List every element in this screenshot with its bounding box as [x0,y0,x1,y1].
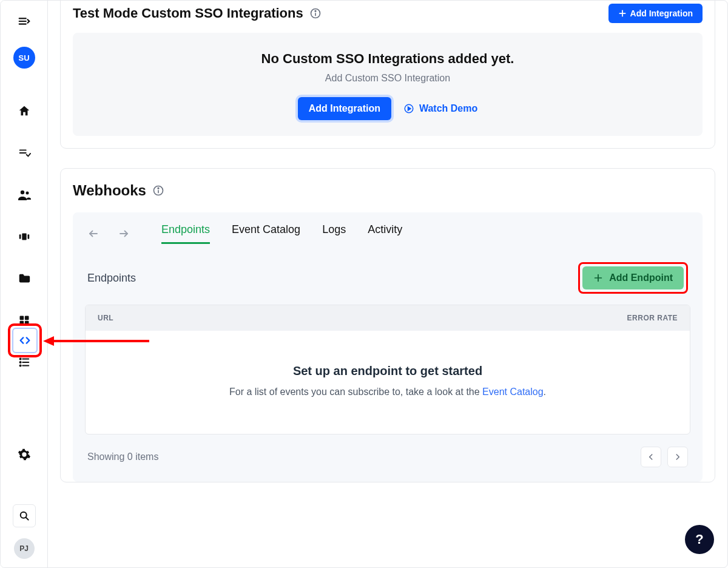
sso-empty-title: No Custom SSO Integrations added yet. [85,51,690,67]
code-icon [18,334,32,347]
webhooks-nav: Endpoints Event Catalog Logs Activity [85,223,690,244]
sso-title-wrap: Test Mode Custom SSO Integrations [73,5,322,21]
sidebar-item-folder[interactable] [12,266,36,291]
endpoints-empty-prefix: For a list of events you can subscribe t… [229,387,482,397]
col-header-url: URL [98,314,113,322]
endpoints-table-header: URL ERROR RATE [86,305,690,331]
endpoints-table-footer: Showing 0 items [85,434,690,470]
svg-rect-11 [24,316,29,320]
sidebar-top: SU [12,9,36,69]
webhooks-body: Endpoints Event Catalog Logs Activity En… [73,212,703,482]
org-avatar[interactable]: SU [13,47,35,69]
webhooks-tabs: Endpoints Event Catalog Logs Activity [161,223,402,244]
svg-point-26 [315,10,316,12]
list-icon [18,356,31,369]
plus-icon [593,273,603,283]
expand-sidebar-button[interactable] [12,9,36,33]
svg-point-6 [25,192,29,195]
add-integration-top-label: Add Integration [630,8,693,18]
play-circle-icon [403,103,414,114]
highlight-box-add-endpoint: Add Endpoint [578,262,688,294]
sso-title: Test Mode Custom SSO Integrations [73,5,303,21]
sidebar-item-users[interactable] [12,183,36,207]
sidebar-item-settings[interactable] [12,442,36,467]
list-check-icon [18,146,31,160]
svg-line-21 [25,518,28,520]
tab-event-catalog[interactable]: Event Catalog [232,223,300,244]
arrow-right-icon [118,228,129,239]
sso-empty-state: No Custom SSO Integrations added yet. Ad… [73,33,703,136]
gear-icon [18,448,31,461]
sidebar-item-home[interactable] [12,99,36,123]
endpoints-header-row: Endpoints Add Endpoint [85,262,690,294]
svg-rect-9 [27,234,29,238]
webhooks-header: Webhooks [73,182,703,199]
watch-demo-label: Watch Demo [419,103,477,114]
svg-point-33 [158,188,159,189]
tab-activity[interactable]: Activity [368,223,402,244]
endpoints-count-text: Showing 0 items [87,451,158,462]
svg-rect-13 [24,321,29,325]
folder-icon [18,272,31,285]
svg-point-14 [19,358,21,359]
pagination [641,447,688,467]
watch-demo-link[interactable]: Watch Demo [403,103,477,114]
help-button[interactable]: ? [685,525,714,554]
sidebar-nav [12,99,36,467]
endpoints-empty-title: Set up an endpoint to get started [98,364,678,378]
add-endpoint-button[interactable]: Add Endpoint [582,266,684,289]
sidebar-item-list[interactable] [12,350,36,374]
svg-point-16 [19,362,21,363]
sidebar-item-developers-placeholder [12,392,36,425]
col-header-error-rate: ERROR RATE [627,314,678,322]
sso-integrations-card: Test Mode Custom SSO Integrations Add In… [60,1,715,149]
nav-back-button[interactable] [85,225,102,242]
add-endpoint-label: Add Endpoint [609,272,673,283]
sso-card-header: Test Mode Custom SSO Integrations Add In… [73,4,703,23]
tab-endpoints[interactable]: Endpoints [161,223,210,244]
endpoints-table: URL ERROR RATE Set up an endpoint to get… [85,305,690,434]
search-button[interactable] [13,504,36,527]
svg-marker-30 [408,107,411,110]
main-content: Test Mode Custom SSO Integrations Add In… [48,1,727,567]
nav-forward-button[interactable] [115,225,132,242]
endpoints-empty-suffix: . [544,387,546,397]
svg-rect-7 [22,234,26,240]
tab-logs[interactable]: Logs [322,223,346,244]
svg-point-18 [19,365,21,366]
svg-point-5 [20,191,24,194]
webhooks-title: Webhooks [73,182,146,199]
endpoints-empty-state: Set up an endpoint to get started For a … [86,331,690,434]
sidebar: SU PJ [1,1,48,567]
chevron-left-icon [647,453,655,461]
plus-icon [618,9,627,18]
add-integration-top-button[interactable]: Add Integration [608,4,703,23]
sidebar-bottom: PJ [1,504,47,559]
svg-rect-10 [19,316,24,320]
sidebar-item-slides[interactable] [12,225,36,249]
info-icon[interactable] [152,184,164,197]
grid-icon [18,314,30,326]
home-icon [18,104,31,118]
slides-icon [18,230,31,243]
arrow-left-icon [88,228,99,239]
info-icon[interactable] [309,7,322,19]
users-icon [17,188,32,202]
pager-prev-button[interactable] [641,447,661,467]
endpoints-empty-subtitle: For a list of events you can subscribe t… [98,387,678,397]
event-catalog-link[interactable]: Event Catalog [482,387,544,397]
sso-empty-subtitle: Add Custom SSO Integration [85,73,690,84]
sidebar-item-tasks[interactable] [12,141,36,165]
endpoints-heading: Endpoints [87,272,136,285]
sidebar-item-developers[interactable] [12,328,38,353]
menu-expand-icon [18,15,31,28]
pager-next-button[interactable] [667,447,688,467]
user-avatar[interactable]: PJ [14,538,35,559]
add-integration-button[interactable]: Add Integration [298,97,391,120]
webhooks-card: Webhooks Endpoints Event Catalog [60,168,715,482]
search-icon [18,510,30,522]
svg-rect-12 [19,321,24,325]
chevron-right-icon [673,453,682,461]
svg-rect-8 [19,234,21,238]
sso-empty-actions: Add Integration Watch Demo [85,97,690,120]
